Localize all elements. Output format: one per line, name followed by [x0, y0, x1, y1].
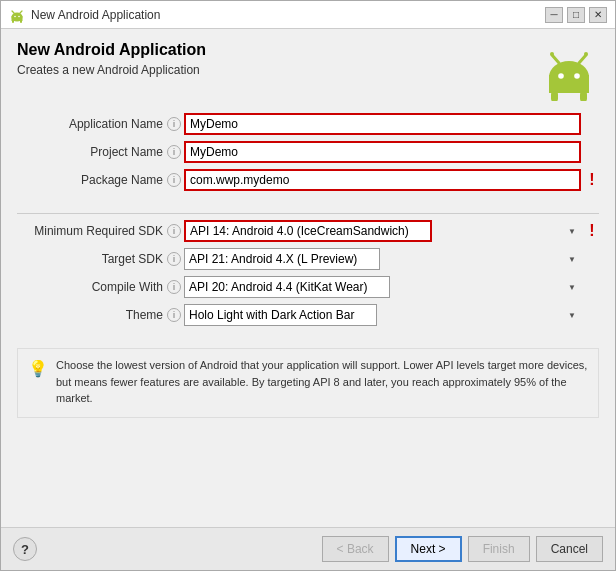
min-sdk-label: Minimum Required SDK: [17, 224, 167, 238]
project-name-label: Project Name: [17, 145, 167, 159]
compile-with-input-wrapper: i API 20: Android 4.4 (KitKat Wear): [167, 276, 581, 298]
min-sdk-info-icon[interactable]: i: [167, 224, 181, 238]
svg-line-15: [579, 55, 586, 63]
theme-info-icon[interactable]: i: [167, 308, 181, 322]
button-bar: ? < Back Next > Finish Cancel: [1, 527, 615, 570]
sdk-section: Minimum Required SDK i API 14: Android 4…: [17, 220, 599, 332]
title-bar-controls: ─ □ ✕: [545, 7, 607, 23]
svg-point-17: [584, 52, 588, 56]
package-name-input[interactable]: [184, 169, 581, 191]
android-title-icon: [9, 7, 25, 23]
dialog-title: New Android Application: [17, 41, 539, 59]
project-name-info-icon[interactable]: i: [167, 145, 181, 159]
dialog-header: New Android Application Creates a new An…: [17, 41, 599, 101]
project-name-input[interactable]: [184, 141, 581, 163]
app-name-input[interactable]: [184, 113, 581, 135]
theme-row: Theme i Holo Light with Dark Action Bar …: [17, 304, 599, 326]
target-sdk-select[interactable]: API 21: Android 4.X (L Preview): [184, 248, 380, 270]
help-button[interactable]: ?: [13, 537, 37, 561]
title-bar-left: New Android Application: [9, 7, 160, 23]
app-name-label: Application Name: [17, 117, 167, 131]
button-bar-left: ?: [13, 537, 37, 561]
svg-rect-11: [580, 91, 587, 101]
android-logo: [539, 41, 599, 101]
finish-button[interactable]: Finish: [468, 536, 530, 562]
svg-line-14: [552, 55, 559, 63]
package-name-input-wrapper: i: [167, 169, 581, 191]
header-text: New Android Application Creates a new An…: [17, 41, 539, 77]
svg-rect-2: [12, 20, 14, 23]
package-name-label: Package Name: [17, 173, 167, 187]
svg-line-7: [20, 11, 22, 13]
title-bar: New Android Application ─ □ ✕: [1, 1, 615, 29]
cancel-button[interactable]: Cancel: [536, 536, 603, 562]
svg-point-16: [550, 52, 554, 56]
app-name-row: Application Name i !: [17, 113, 599, 135]
project-name-input-wrapper: i: [167, 141, 581, 163]
app-name-input-wrapper: i: [167, 113, 581, 135]
min-sdk-select-wrapper: API 14: Android 4.0 (IceCreamSandwich) A…: [184, 220, 581, 242]
hint-section: 💡 Choose the lowest version of Android t…: [17, 348, 599, 418]
package-name-warning-icon: !: [585, 169, 599, 191]
hint-text: Choose the lowest version of Android tha…: [56, 357, 588, 407]
compile-with-label: Compile With: [17, 280, 167, 294]
compile-with-row: Compile With i API 20: Android 4.4 (KitK…: [17, 276, 599, 298]
app-name-info-icon[interactable]: i: [167, 117, 181, 131]
separator-1: [17, 213, 599, 214]
target-sdk-select-wrapper: API 21: Android 4.X (L Preview): [184, 248, 581, 270]
min-sdk-select[interactable]: API 14: Android 4.0 (IceCreamSandwich) A…: [184, 220, 432, 242]
compile-with-info-icon[interactable]: i: [167, 280, 181, 294]
min-sdk-input-wrapper: i API 14: Android 4.0 (IceCreamSandwich)…: [167, 220, 581, 242]
next-button[interactable]: Next >: [395, 536, 462, 562]
dialog-content: New Android Application Creates a new An…: [1, 29, 615, 527]
svg-rect-10: [551, 91, 558, 101]
package-name-info-icon[interactable]: i: [167, 173, 181, 187]
target-sdk-info-icon[interactable]: i: [167, 252, 181, 266]
main-window: New Android Application ─ □ ✕ New Androi…: [0, 0, 616, 571]
form-fields: Application Name i ! Project Name i ! Pa…: [17, 113, 599, 197]
svg-rect-3: [20, 20, 22, 23]
compile-with-select[interactable]: API 20: Android 4.4 (KitKat Wear): [184, 276, 390, 298]
theme-select-wrapper: Holo Light with Dark Action Bar: [184, 304, 581, 326]
svg-point-5: [18, 15, 20, 17]
svg-point-13: [574, 73, 580, 79]
target-sdk-row: Target SDK i API 21: Android 4.X (L Prev…: [17, 248, 599, 270]
svg-line-6: [12, 11, 14, 13]
min-sdk-warning-icon: !: [585, 220, 599, 242]
dialog-subtitle: Creates a new Android Application: [17, 63, 539, 77]
maximize-button[interactable]: □: [567, 7, 585, 23]
theme-select[interactable]: Holo Light with Dark Action Bar: [184, 304, 377, 326]
compile-with-select-wrapper: API 20: Android 4.4 (KitKat Wear): [184, 276, 581, 298]
minimize-button[interactable]: ─: [545, 7, 563, 23]
svg-point-4: [14, 15, 16, 17]
svg-rect-9: [549, 75, 589, 93]
svg-point-12: [558, 73, 564, 79]
back-button[interactable]: < Back: [322, 536, 389, 562]
package-name-row: Package Name i !: [17, 169, 599, 191]
target-sdk-label: Target SDK: [17, 252, 167, 266]
project-name-row: Project Name i !: [17, 141, 599, 163]
min-sdk-row: Minimum Required SDK i API 14: Android 4…: [17, 220, 599, 242]
theme-label: Theme: [17, 308, 167, 322]
spacer: [17, 426, 599, 519]
close-button[interactable]: ✕: [589, 7, 607, 23]
theme-input-wrapper: i Holo Light with Dark Action Bar: [167, 304, 581, 326]
hint-bulb-icon: 💡: [28, 359, 48, 378]
button-bar-right: < Back Next > Finish Cancel: [322, 536, 603, 562]
window-title: New Android Application: [31, 8, 160, 22]
target-sdk-input-wrapper: i API 21: Android 4.X (L Preview): [167, 248, 581, 270]
